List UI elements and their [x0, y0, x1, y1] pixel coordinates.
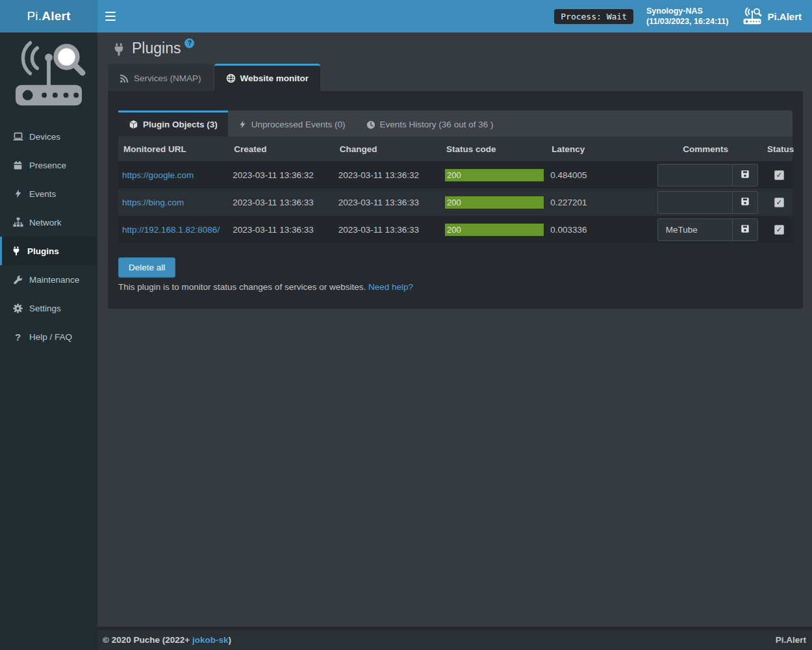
monitored-url-link[interactable]: https://google.com	[122, 170, 194, 180]
sidebar: Devices Presence Events Network	[0, 32, 97, 650]
sidebar-item-label: Help / FAQ	[29, 332, 72, 342]
cube-icon	[129, 120, 138, 129]
top-bar: Pi.Alert Process: Wait Synology-NAS (11/…	[0, 0, 812, 32]
plugin-tabs: Services (NMAP) Website monitor	[108, 64, 812, 91]
sidebar-item-settings[interactable]: Settings	[0, 294, 97, 322]
router-magnifier-logo	[0, 32, 97, 117]
router-scan-icon	[742, 7, 762, 25]
need-help-link[interactable]: Need help?	[368, 282, 413, 292]
calendar-icon	[12, 161, 23, 170]
plugin-inner-tabs: Plugin Objects (3) Unprocessed Events (0…	[118, 110, 793, 136]
sidebar-item-events[interactable]: Events	[0, 179, 97, 208]
floppy-icon	[741, 170, 750, 181]
laptop-icon	[12, 131, 23, 142]
footer-brand: Pi.Alert	[776, 635, 806, 645]
page-title-text: Plugins	[132, 39, 181, 58]
brand-pi: Pi.	[27, 9, 42, 23]
hamburger-icon[interactable]	[97, 0, 123, 32]
comment-input-group	[657, 191, 758, 214]
changed-cell: 2023-03-11 13:36:33	[335, 188, 441, 216]
sidebar-item-help[interactable]: ? Help / FAQ	[0, 322, 97, 351]
help-badge[interactable]: ?	[184, 38, 194, 48]
table-row: http://192.168.1.82:8086/ 2023-03-11 13:…	[118, 216, 793, 243]
table-header-row: Monitored URL Created Changed Status cod…	[118, 136, 793, 161]
brand-alert: Alert	[42, 9, 70, 23]
rss-icon	[120, 73, 129, 83]
navbar: Process: Wait Synology-NAS (11/03/2023, …	[97, 0, 812, 32]
tab-label: Website monitor	[240, 73, 309, 83]
author-link[interactable]: jokob-sk	[192, 635, 229, 645]
sidebar-item-label: Maintenance	[29, 275, 79, 285]
sidebar-item-plugins[interactable]: Plugins	[0, 237, 97, 265]
navbar-app-name: Pi.Alert	[767, 11, 802, 22]
website-monitor-panel: Plugin Objects (3) Unprocessed Events (0…	[108, 91, 803, 309]
comment-input[interactable]	[657, 164, 732, 187]
monitored-url-link[interactable]: https://bing.com	[122, 198, 184, 207]
col-changed: Changed	[335, 136, 441, 161]
sidebar-item-label: Events	[29, 189, 56, 199]
wrench-icon	[12, 275, 23, 285]
created-cell: 2023-03-11 13:36:32	[229, 161, 334, 188]
sidebar-item-devices[interactable]: Devices	[0, 122, 97, 151]
sitemap-icon	[12, 217, 23, 228]
plugin-hint: This plugin is to monitor status changes…	[118, 282, 793, 292]
latency-cell: 0.003336	[546, 216, 649, 243]
comment-input[interactable]	[657, 218, 732, 241]
col-status: Status	[762, 136, 793, 161]
sidebar-item-label: Devices	[29, 132, 60, 142]
changed-cell: 2023-03-11 13:36:32	[335, 161, 441, 188]
tab-plugin-objects[interactable]: Plugin Objects (3)	[118, 110, 228, 136]
footer-copyright: © 2020 Puche (2022+ jokob-sk)	[103, 635, 231, 645]
tab-events-history[interactable]: Events History (36 out of 36 )	[356, 110, 504, 136]
latency-cell: 0.227201	[546, 188, 649, 216]
status-checkbox[interactable]: ✓	[774, 225, 784, 235]
sidebar-item-maintenance[interactable]: Maintenance	[0, 265, 97, 294]
sidebar-item-label: Settings	[29, 304, 61, 313]
clock-icon	[366, 120, 375, 129]
plug-icon	[112, 43, 125, 58]
col-monitored-url: Monitored URL	[118, 136, 229, 161]
save-comment-button[interactable]	[732, 218, 758, 241]
col-comments: Comments	[650, 136, 762, 161]
gear-icon	[12, 304, 23, 313]
comment-input-group	[657, 164, 758, 187]
globe-icon	[226, 73, 236, 83]
table-row: https://bing.com 2023-03-11 13:36:33 202…	[118, 188, 793, 216]
host-timestamp: (11/03/2023, 16:24:11)	[646, 16, 729, 27]
latency-cell: 0.484005	[546, 161, 649, 188]
pialert-app: Pi.Alert Process: Wait Synology-NAS (11/…	[0, 0, 812, 650]
brand-logo[interactable]: Pi.Alert	[0, 0, 97, 32]
hint-text: This plugin is to monitor status changes…	[118, 282, 366, 292]
copyright-text: © 2020 Puche (2022+	[103, 635, 190, 645]
tab-unprocessed-events[interactable]: Unprocessed Events (0)	[228, 110, 356, 136]
question-icon: ?	[12, 332, 23, 343]
status-checkbox[interactable]: ✓	[774, 198, 784, 207]
status-checkbox[interactable]: ✓	[774, 170, 784, 180]
tab-website-monitor[interactable]: Website monitor	[214, 64, 321, 91]
changed-cell: 2023-03-11 13:36:33	[335, 216, 441, 243]
footer: © 2020 Puche (2022+ jokob-sk) Pi.Alert	[97, 627, 812, 650]
delete-all-button[interactable]: Delete all	[118, 257, 175, 278]
save-comment-button[interactable]	[732, 191, 758, 214]
created-cell: 2023-03-11 13:36:33	[229, 188, 334, 216]
plug-icon	[10, 246, 21, 255]
created-cell: 2023-03-11 13:36:33	[229, 216, 334, 243]
comment-input-group	[657, 218, 758, 241]
sidebar-item-label: Presence	[29, 161, 66, 170]
col-latency: Latency	[546, 136, 649, 161]
tab-services-nmap[interactable]: Services (NMAP)	[108, 64, 213, 91]
monitored-url-link[interactable]: http://192.168.1.82:8086/	[122, 225, 220, 235]
tab-label: Services (NMAP)	[134, 73, 201, 83]
sidebar-item-network[interactable]: Network	[0, 208, 97, 237]
save-comment-button[interactable]	[732, 164, 758, 187]
page-title: Plugins ?	[97, 32, 812, 61]
process-status-badge: Process: Wait	[554, 9, 633, 24]
sidebar-item-label: Plugins	[27, 246, 59, 256]
tab-label: Unprocessed Events (0)	[251, 120, 346, 129]
floppy-icon	[741, 197, 750, 208]
sidebar-item-presence[interactable]: Presence	[0, 151, 97, 179]
status-code-bar: 200	[445, 196, 544, 209]
status-code-bar: 200	[445, 169, 544, 181]
table-row: https://google.com 2023-03-11 13:36:32 2…	[118, 161, 793, 188]
comment-input[interactable]	[657, 191, 732, 214]
